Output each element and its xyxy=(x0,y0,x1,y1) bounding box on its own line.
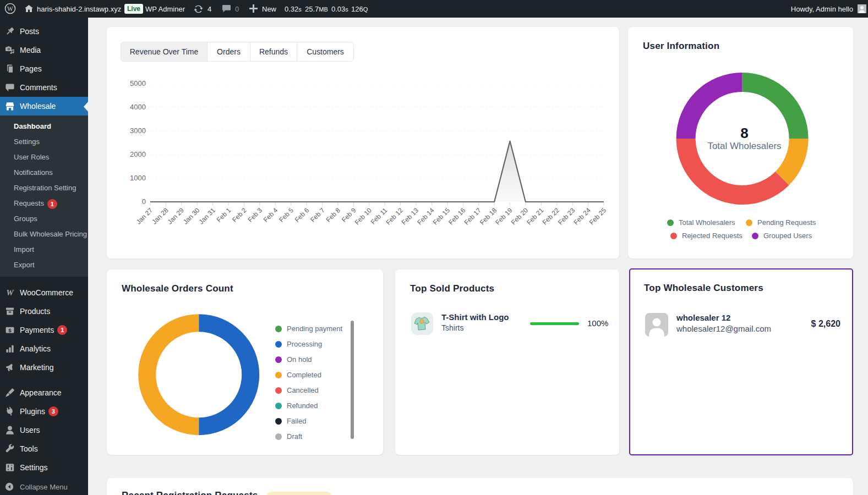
svg-text:Feb 6: Feb 6 xyxy=(293,206,311,224)
svg-text:1000: 1000 xyxy=(130,174,146,182)
svg-text:$: $ xyxy=(8,327,12,333)
svg-text:Feb 10: Feb 10 xyxy=(353,206,374,227)
svg-text:Jan 28: Jan 28 xyxy=(150,206,170,226)
svg-text:Feb 1: Feb 1 xyxy=(215,206,233,224)
svg-text:2000: 2000 xyxy=(130,150,146,158)
svg-text:W: W xyxy=(6,288,14,297)
svg-text:3000: 3000 xyxy=(130,127,146,135)
svg-text:0: 0 xyxy=(142,197,146,206)
svg-text:Feb 21: Feb 21 xyxy=(525,206,545,227)
svg-text:Feb 8: Feb 8 xyxy=(325,206,342,224)
svg-text:Feb 23: Feb 23 xyxy=(556,206,577,227)
svg-text:Feb 13: Feb 13 xyxy=(400,206,421,227)
svg-text:Feb 25: Feb 25 xyxy=(588,206,608,227)
svg-text:Feb 22: Feb 22 xyxy=(541,206,561,227)
svg-text:Feb 12: Feb 12 xyxy=(384,206,405,227)
svg-text:Jan 30: Jan 30 xyxy=(182,206,201,226)
svg-text:Feb 7: Feb 7 xyxy=(309,206,326,224)
svg-text:Feb 2: Feb 2 xyxy=(231,206,248,224)
svg-text:Jan 27: Jan 27 xyxy=(135,206,155,226)
svg-text:Feb 15: Feb 15 xyxy=(432,206,452,227)
svg-text:Jan 31: Jan 31 xyxy=(197,206,217,226)
svg-text:Feb 20: Feb 20 xyxy=(510,206,530,227)
svg-text:Feb 5: Feb 5 xyxy=(277,206,295,224)
svg-text:W: W xyxy=(7,6,13,12)
svg-text:Feb 24: Feb 24 xyxy=(572,206,592,227)
svg-text:Feb 3: Feb 3 xyxy=(246,206,264,224)
svg-text:Feb 19: Feb 19 xyxy=(494,206,514,227)
svg-text:Jan 29: Jan 29 xyxy=(166,206,186,226)
svg-text:4000: 4000 xyxy=(130,103,146,111)
svg-text:Feb 4: Feb 4 xyxy=(262,206,280,224)
svg-text:Feb 18: Feb 18 xyxy=(478,206,499,227)
svg-text:Feb 14: Feb 14 xyxy=(416,206,436,227)
svg-text:Feb 16: Feb 16 xyxy=(447,206,467,227)
svg-text:Feb 17: Feb 17 xyxy=(463,206,483,227)
svg-text:5000: 5000 xyxy=(130,79,146,87)
